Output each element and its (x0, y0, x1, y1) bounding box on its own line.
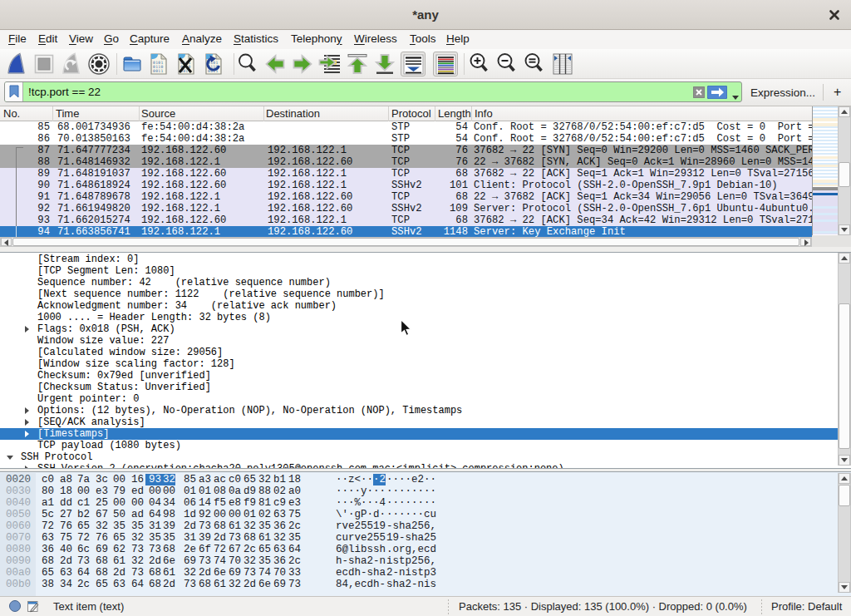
svg-text:0011: 0011 (153, 69, 164, 73)
